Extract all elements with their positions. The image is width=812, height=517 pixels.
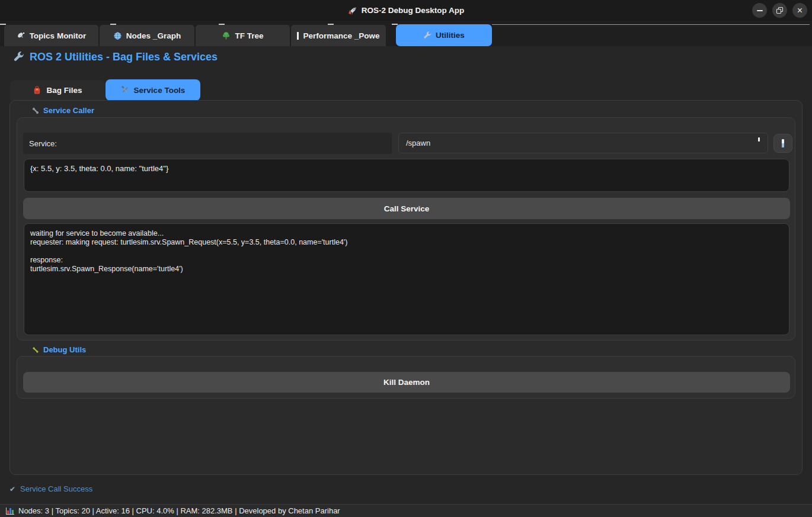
main-tabstrip: Topics Monitor Nodes _Graph xyxy=(0,21,812,46)
check-icon: ✔ xyxy=(9,485,15,493)
minimize-icon xyxy=(757,10,763,11)
service-tools-panel: Service Caller Service: /spawn {x: 5.5, … xyxy=(9,100,803,475)
section-title-text: Debug Utils xyxy=(43,345,86,354)
tab-performance-power[interactable]: Performance _Powe xyxy=(291,25,386,46)
status-message: ✔ Service Call Success xyxy=(9,484,92,493)
restore-icon xyxy=(776,7,783,14)
hammer-wrench-icon xyxy=(121,86,129,94)
close-icon: × xyxy=(797,6,803,15)
tree-icon xyxy=(222,31,231,40)
minimize-button[interactable] xyxy=(752,3,767,18)
subtab-bag-files[interactable]: Bag Files xyxy=(10,80,105,101)
subtab-label: Service Tools xyxy=(134,86,186,95)
window-title: ROS-2 Debug Desktop App xyxy=(348,6,465,15)
statusbar-text: Nodes: 3 | Topics: 20 | Active: 16 | CPU… xyxy=(18,506,340,515)
statusbar: Nodes: 3 | Topics: 20 | Active: 16 | CPU… xyxy=(0,504,812,517)
call-service-button[interactable]: Call Service xyxy=(23,198,790,219)
rocket-icon xyxy=(348,6,357,15)
globe-icon xyxy=(113,31,122,40)
tab-utilities[interactable]: Utilities xyxy=(396,24,492,46)
tab-label: Topics Monitor xyxy=(30,31,87,40)
subtab-service-tools[interactable]: Service Tools xyxy=(106,79,200,101)
window-controls: × xyxy=(752,3,807,18)
restore-button[interactable] xyxy=(772,3,787,18)
page-title: ROS 2 Utilities - Bag Files & Services xyxy=(13,51,218,63)
lizard-icon xyxy=(31,346,40,354)
service-label: Service: xyxy=(23,133,392,154)
wrench-icon xyxy=(13,52,24,63)
kill-daemon-button[interactable]: Kill Daemon xyxy=(23,372,790,393)
debug-utils-section-title: Debug Utils xyxy=(31,345,86,354)
titlebar: ROS-2 Debug Desktop App × xyxy=(0,0,812,21)
section-title-text: Service Caller xyxy=(43,106,94,115)
service-output[interactable]: waiting for service to become available.… xyxy=(24,223,789,335)
bar-chart-icon xyxy=(297,32,299,40)
tab-label: TF Tree xyxy=(235,31,263,40)
status-message-text: Service Call Success xyxy=(20,484,92,493)
debug-utils-frame: Kill Daemon xyxy=(17,356,795,399)
service-select[interactable]: /spawn xyxy=(398,133,768,153)
tab-label: Performance _Powe xyxy=(303,31,379,40)
tab-label: Nodes _Graph xyxy=(126,31,181,40)
dropdown-arrow-icon xyxy=(758,137,760,142)
tab-nodes-graph[interactable]: Nodes _Graph xyxy=(100,25,194,46)
tab-topics-monitor[interactable]: Topics Monitor xyxy=(4,25,98,46)
refresh-services-button[interactable] xyxy=(773,134,792,153)
page-title-text: ROS 2 Utilities - Bag Files & Services xyxy=(30,51,218,63)
satellite-icon xyxy=(17,31,25,40)
service-select-value: /spawn xyxy=(406,139,430,147)
app-window: ROS-2 Debug Desktop App × xyxy=(0,0,812,517)
backpack-icon xyxy=(33,86,41,95)
refresh-icon xyxy=(782,139,784,147)
tab-tf-tree[interactable]: TF Tree xyxy=(196,25,290,46)
bar-chart-icon xyxy=(6,508,14,515)
service-caller-section-title: Service Caller xyxy=(31,106,94,115)
phone-receiver-icon xyxy=(31,107,40,115)
service-request-input[interactable]: {x: 5.5, y: 3.5, theta: 0.0, name: "turt… xyxy=(24,159,789,192)
close-button[interactable]: × xyxy=(792,3,807,18)
subtab-label: Bag Files xyxy=(46,86,82,95)
service-caller-frame: Service: /spawn {x: 5.5, y: 3.5, theta: … xyxy=(17,117,795,341)
tab-label: Utilities xyxy=(436,31,465,40)
window-title-text: ROS-2 Debug Desktop App xyxy=(362,6,465,15)
wrench-icon xyxy=(423,31,431,40)
tabstrip-top-border xyxy=(492,24,810,25)
